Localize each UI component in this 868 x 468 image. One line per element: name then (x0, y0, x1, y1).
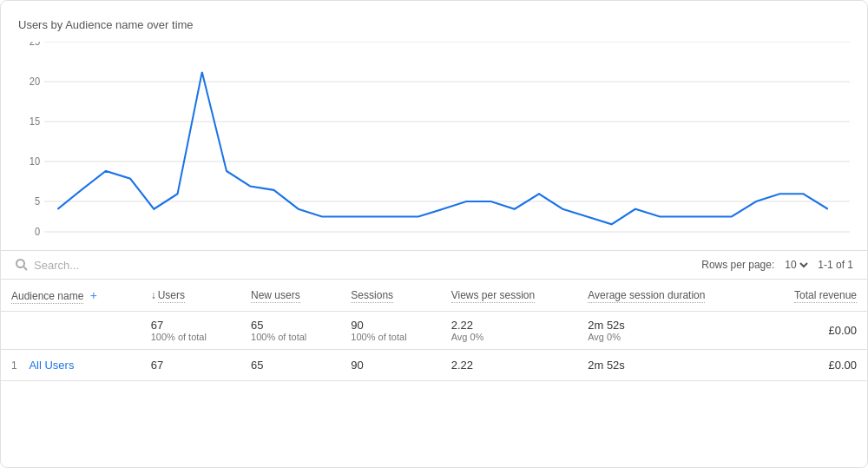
svg-text:11: 11 (53, 240, 62, 241)
search-bar-row: Rows per page: 10 25 50 1-1 of 1 (1, 251, 867, 280)
svg-text:11: 11 (823, 240, 832, 241)
col-header-users[interactable]: ↓Users (141, 280, 240, 312)
summary-avg-session-duration: 2m 52s Avg 0% (577, 312, 758, 350)
table-wrapper: Audience name + ↓Users New users Session… (1, 280, 867, 381)
sessions-label: Sessions (351, 289, 393, 303)
svg-text:0: 0 (35, 227, 40, 237)
col-header-views-per-session[interactable]: Views per session (441, 280, 578, 312)
rows-per-page-select[interactable]: 10 25 50 (781, 258, 811, 272)
search-input[interactable] (34, 259, 207, 272)
add-column-button[interactable]: + (90, 288, 97, 302)
svg-text:15: 15 (30, 116, 40, 127)
data-table: Audience name + ↓Users New users Session… (1, 280, 867, 381)
svg-text:15: 15 (149, 240, 159, 241)
search-left (15, 258, 207, 272)
svg-text:21: 21 (293, 240, 303, 241)
svg-text:31: 31 (534, 240, 543, 241)
col-header-avg-session-duration[interactable]: Average session duration (577, 280, 758, 312)
svg-text:27: 27 (437, 240, 447, 241)
svg-text:5: 5 (35, 196, 40, 207)
sort-arrow-icon: ↓ (151, 289, 156, 301)
rows-per-page-label: Rows per page: (701, 259, 774, 271)
total-revenue-label: Total revenue (794, 289, 857, 303)
chart-title: Users by Audience name over time (18, 18, 850, 31)
table-row: 1 All Users 67 65 90 2.22 2m 52s £0.00 (1, 350, 867, 381)
svg-text:20: 20 (30, 76, 40, 87)
audience-name-label: Audience name (11, 290, 83, 304)
svg-text:01: 01 (582, 240, 592, 241)
pagination-info: 1-1 of 1 (818, 259, 853, 271)
row-total-revenue: £0.00 (758, 350, 867, 381)
new-users-label: New users (251, 289, 300, 303)
line-chart-svg: 25 20 15 10 5 0 11 Dec 13 15 17 19 21 23… (18, 42, 850, 241)
svg-point-31 (16, 260, 24, 267)
summary-audience-name (1, 312, 141, 350)
search-icon (15, 258, 29, 272)
svg-text:23: 23 (342, 240, 352, 241)
summary-row: 67 100% of total 65 100% of total 90 100… (1, 312, 867, 350)
main-container: Users by Audience name over time 25 20 1… (0, 0, 868, 468)
chart-section: Users by Audience name over time 25 20 1… (1, 1, 867, 250)
row-avg-session-duration: 2m 52s (577, 350, 758, 381)
table-header-row: Audience name + ↓Users New users Session… (1, 280, 867, 312)
svg-text:17: 17 (197, 240, 207, 241)
svg-text:25: 25 (390, 240, 399, 241)
col-header-total-revenue[interactable]: Total revenue (758, 280, 867, 312)
summary-total-revenue: £0.00 (758, 312, 867, 350)
summary-sessions: 90 100% of total (340, 312, 440, 350)
views-per-session-label: Views per session (451, 289, 536, 303)
col-header-sessions[interactable]: Sessions (340, 280, 440, 312)
summary-views-per-session: 2.22 Avg 0% (441, 312, 578, 350)
row-sessions: 90 (340, 350, 440, 381)
col-header-new-users[interactable]: New users (240, 280, 340, 312)
svg-text:29: 29 (486, 240, 496, 241)
svg-line-32 (24, 267, 28, 271)
svg-text:10: 10 (30, 156, 40, 167)
svg-text:19: 19 (246, 240, 255, 241)
svg-text:03: 03 (630, 240, 640, 241)
svg-text:05: 05 (679, 240, 688, 241)
svg-text:25: 25 (30, 42, 40, 47)
row-views-per-session: 2.22 (441, 350, 578, 381)
row-num-cell: 1 All Users (1, 350, 141, 381)
col-header-audience-name: Audience name + (1, 280, 141, 312)
audience-name-link[interactable]: All Users (29, 359, 74, 372)
svg-text:13: 13 (101, 240, 110, 241)
row-users: 67 (141, 350, 240, 381)
chart-area: 25 20 15 10 5 0 11 Dec 13 15 17 19 21 23… (18, 42, 850, 241)
svg-text:09: 09 (775, 240, 785, 241)
summary-new-users: 65 100% of total (240, 312, 340, 350)
summary-users: 67 100% of total (141, 312, 240, 350)
row-new-users: 65 (240, 350, 340, 381)
avg-session-duration-label: Average session duration (588, 289, 705, 303)
users-label: Users (158, 289, 185, 303)
search-right: Rows per page: 10 25 50 1-1 of 1 (701, 258, 853, 272)
svg-text:07: 07 (727, 240, 736, 241)
